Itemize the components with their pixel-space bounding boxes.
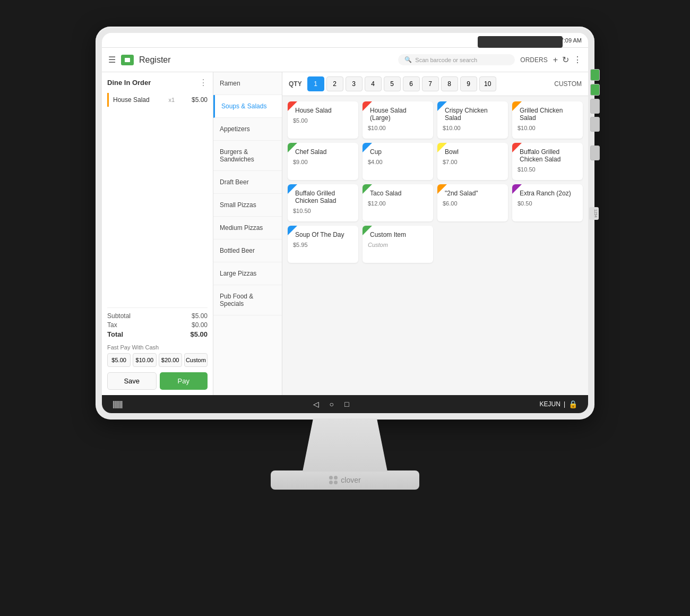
product-card-0[interactable]: House Salad$5.00 (288, 101, 358, 139)
product-card-12[interactable]: Soup Of The Day$5.95 (288, 226, 358, 263)
back-button[interactable]: ◁ (313, 400, 319, 408)
tax-label: Tax (107, 321, 117, 329)
category-item-ramen[interactable]: Ramen (213, 72, 282, 95)
qty-btn-4[interactable]: 4 (365, 76, 382, 91)
product-name-4: Chef Salad (293, 148, 353, 156)
product-name-1: House Salad (Large) (368, 107, 428, 122)
save-button[interactable]: Save (107, 372, 157, 390)
fast-pay-10[interactable]: $10.00 (133, 353, 156, 367)
product-area: QTY 12345678910 CUSTOM House Salad$5.00H… (282, 72, 588, 395)
product-name-13: Custom Item (368, 231, 428, 238)
order-panel: Dine In Order ⋮ House Salad x1 $5.00 Sub… (102, 72, 213, 395)
barcode-icon: ||||||| (113, 400, 122, 408)
qty-btn-7[interactable]: 7 (422, 76, 439, 91)
qty-btn-9[interactable]: 9 (460, 76, 477, 91)
product-card-1[interactable]: House Salad (Large)$10.00 (363, 101, 433, 139)
fast-pay-label: Fast Pay With Cash (107, 344, 208, 350)
qty-btn-8[interactable]: 8 (441, 76, 458, 91)
category-item-medium-pizzas[interactable]: Medium Pizzas (213, 217, 282, 239)
qty-custom-label[interactable]: CUSTOM (554, 80, 582, 88)
category-item-pub-food-specials[interactable]: Pub Food & Specials (213, 285, 282, 315)
add-order-button[interactable]: + (553, 55, 558, 65)
home-button[interactable]: ○ (330, 400, 334, 408)
product-name-3: Grilled Chicken Salad (518, 107, 577, 122)
product-price-4: $9.00 (293, 159, 353, 165)
product-card-5[interactable]: Cup$4.00 (363, 143, 433, 180)
product-card-4[interactable]: Chef Salad$9.00 (288, 143, 358, 180)
product-card-10[interactable]: "2nd Salad"$6.00 (437, 184, 508, 221)
product-name-10: "2nd Salad" (443, 190, 503, 197)
app-title: Register (139, 55, 393, 65)
qty-btn-2[interactable]: 2 (326, 76, 343, 91)
product-price-2: $10.00 (443, 125, 503, 131)
qty-buttons: 12345678910 (307, 76, 496, 91)
brand-name: clover (341, 476, 360, 484)
fast-pay-20[interactable]: $20.00 (159, 353, 182, 367)
fast-pay-buttons: $5.00 $10.00 $20.00 Custom (107, 353, 208, 367)
category-item-appetizers[interactable]: Appetizers (213, 118, 282, 141)
product-price-0: $5.00 (293, 117, 353, 124)
side-btn-mid[interactable] (590, 84, 600, 96)
side-label: 1234 (589, 207, 599, 220)
category-item-bottled-beer[interactable]: Bottled Beer (213, 239, 282, 262)
monitor-base: clover (271, 470, 419, 490)
product-name-9: Taco Salad (368, 190, 428, 197)
fast-pay-custom[interactable]: Custom (184, 353, 208, 367)
product-card-11[interactable]: Extra Ranch (2oz)$0.50 (512, 184, 583, 221)
more-options-button[interactable]: ⋮ (573, 55, 582, 65)
product-card-9[interactable]: Taco Salad$12.00 (363, 184, 433, 221)
hamburger-icon[interactable]: ☰ (108, 55, 116, 65)
category-item-small-pizzas[interactable]: Small Pizzas (213, 194, 282, 217)
subtotal-row: Subtotal $5.00 (107, 312, 208, 320)
register-icon (121, 55, 134, 65)
qty-btn-10[interactable]: 10 (479, 76, 496, 91)
category-item-soups-salads[interactable]: Soups & Salads (213, 95, 282, 118)
product-card-8[interactable]: Buffalo Grilled Chicken Salad$10.50 (288, 184, 358, 221)
pay-button[interactable]: Pay (160, 372, 208, 390)
nav-buttons: ◁ ○ □ (313, 400, 349, 408)
product-name-6: Bowl (443, 148, 503, 156)
side-btn-nav-mid[interactable] (590, 117, 600, 132)
qty-btn-6[interactable]: 6 (403, 76, 420, 91)
category-item-burgers-sandwiches[interactable]: Burgers & Sandwiches (213, 141, 282, 171)
clover-icon (329, 476, 338, 484)
action-buttons: Save Pay (107, 372, 208, 390)
bottom-bar: ||||||| ◁ ○ □ KEJUN | 🔒 (102, 395, 588, 413)
top-bar: ☰ Register 🔍 Scan barcode or search ORDE… (102, 48, 588, 72)
order-item[interactable]: House Salad x1 $5.00 (107, 93, 208, 107)
product-card-6[interactable]: Bowl$7.00 (437, 143, 508, 180)
recents-button[interactable]: □ (344, 400, 349, 408)
product-card-3[interactable]: Grilled Chicken Salad$10.00 (512, 101, 583, 139)
camera-bar (478, 36, 563, 48)
product-price-3: $10.00 (518, 125, 577, 131)
total-value: $5.00 (190, 330, 208, 338)
category-item-draft-beer[interactable]: Draft Beer (213, 171, 282, 194)
lock-icon[interactable]: 🔒 (568, 400, 577, 408)
qty-btn-5[interactable]: 5 (384, 76, 401, 91)
category-item-large-pizzas[interactable]: Large Pizzas (213, 262, 282, 285)
product-card-13[interactable]: Custom ItemCustom (363, 226, 433, 263)
category-sidebar: RamenSoups & SaladsAppetizersBurgers & S… (213, 72, 282, 395)
refresh-button[interactable]: ↻ (562, 55, 569, 65)
subtotal-value: $5.00 (192, 312, 208, 320)
top-actions: + ↻ ⋮ (553, 55, 582, 65)
product-card-2[interactable]: Crispy Chicken Salad$10.00 (437, 101, 508, 139)
username: KEJUN (540, 400, 560, 408)
side-btn-nav-up[interactable] (590, 99, 600, 114)
product-price-5: $4.00 (368, 159, 428, 165)
side-btn-nav-down[interactable] (590, 146, 600, 160)
product-card-7[interactable]: Buffalo Grilled Chicken Salad$10.50 (512, 143, 583, 180)
search-bar[interactable]: 🔍 Scan barcode or search (398, 54, 515, 65)
fast-pay-5[interactable]: $5.00 (107, 353, 131, 367)
qty-btn-1[interactable]: 1 (307, 76, 324, 91)
order-menu-button[interactable]: ⋮ (199, 78, 208, 88)
product-name-11: Extra Ranch (2oz) (518, 190, 577, 197)
product-price-10: $6.00 (443, 200, 503, 207)
main-content: Dine In Order ⋮ House Salad x1 $5.00 Sub… (102, 72, 588, 395)
tax-value: $0.00 (192, 321, 208, 329)
product-price-6: $7.00 (443, 159, 503, 165)
qty-btn-3[interactable]: 3 (346, 76, 363, 91)
subtotal-label: Subtotal (107, 312, 131, 320)
side-btn-top[interactable] (590, 69, 600, 81)
monitor-stand (292, 418, 398, 472)
